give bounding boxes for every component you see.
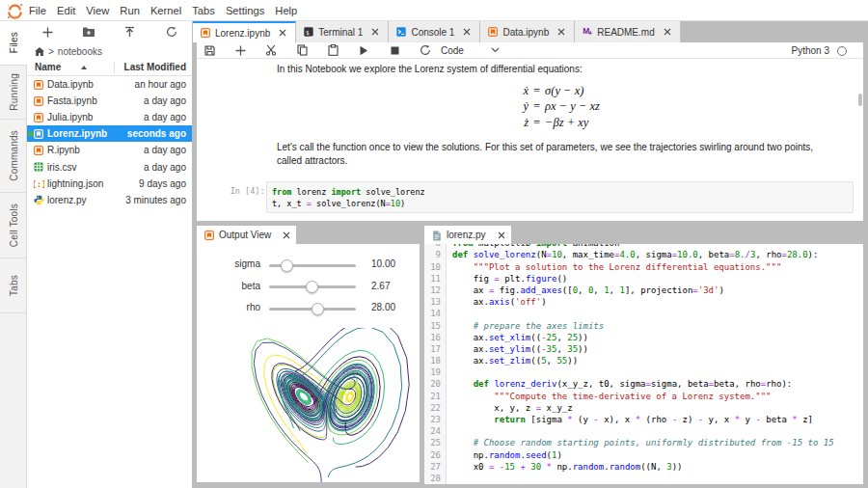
slider-readout: 2.67 — [371, 281, 390, 291]
tab-close-icon[interactable] — [371, 28, 379, 36]
slider-track[interactable] — [269, 264, 356, 267]
code-token: animation — [567, 244, 619, 248]
tab-file-icon — [396, 27, 406, 37]
file-row[interactable]: R.ipynb a day ago — [27, 142, 192, 158]
new-launcher-button[interactable] — [27, 21, 68, 42]
code-token: , — [547, 356, 557, 366]
tab-file-icon — [204, 230, 214, 240]
dock-tab[interactable]: $_ Terminal 1 — [296, 21, 389, 42]
dock-tab[interactable]: Lorenz.ipynb — [193, 21, 296, 42]
code-token: , rho — [755, 250, 781, 259]
kernel-status-icon[interactable] — [837, 46, 847, 56]
code-token: matplotlib — [474, 244, 536, 248]
file-type-icon — [34, 146, 43, 155]
code-token: lorenz — [291, 187, 331, 197]
svg-text:M: M — [583, 27, 590, 36]
dock-tab[interactable]: M README.md — [575, 21, 680, 42]
code-token — [452, 438, 474, 447]
code-token: t, x_t — [272, 199, 307, 208]
slider-thumb[interactable] — [306, 281, 318, 293]
run-cell-button[interactable] — [348, 42, 379, 58]
cut-cell-button[interactable] — [256, 42, 286, 58]
upload-button[interactable] — [110, 21, 151, 42]
tab-close-icon[interactable] — [498, 231, 505, 239]
output-view-tab[interactable]: Output View — [197, 226, 296, 244]
stop-kernel-button[interactable] — [379, 42, 410, 58]
sidebar-tab[interactable]: Commands — [0, 120, 27, 193]
kernel-name[interactable]: Python 3 — [792, 45, 829, 56]
slider-track[interactable] — [269, 285, 356, 288]
editor-line: 21 """Compute the time-derivative of a L… — [424, 391, 863, 402]
menu-item[interactable]: Help — [272, 5, 300, 16]
slider-row: sigma 10.00 — [197, 258, 420, 272]
code-token: def — [452, 250, 468, 259]
file-row[interactable]: Data.ipynb an hour ago — [27, 76, 192, 93]
code-line: from lorenz import solve_lorenz — [272, 186, 853, 198]
column-last-modified[interactable]: Last Modified — [124, 62, 186, 72]
file-row[interactable]: iris.csv a day ago — [27, 158, 192, 175]
code-token: )) — [578, 333, 588, 342]
sidebar-tab[interactable]: Files — [0, 21, 28, 66]
restart-kernel-button[interactable] — [410, 42, 441, 58]
menu-item[interactable]: Tabs — [189, 5, 218, 16]
add-cell-button[interactable] — [225, 42, 256, 58]
editor-line: 18 ax.set_zlim((5, 55)) — [424, 355, 863, 366]
tab-close-icon[interactable] — [283, 231, 290, 239]
menu-item[interactable]: Run — [117, 5, 143, 16]
slider-thumb[interactable] — [312, 303, 324, 315]
dock-tab[interactable]: Console 1 — [389, 21, 480, 42]
line-number: 28 — [424, 473, 441, 484]
menu-item[interactable]: Kernel — [148, 5, 184, 16]
file-row[interactable]: Fasta.ipynb a day ago — [27, 93, 192, 109]
home-icon[interactable] — [35, 47, 44, 56]
slider-track[interactable] — [269, 308, 356, 311]
code-token: """Compute the time-derivative of a Lore… — [494, 392, 771, 401]
file-row[interactable]: lorenz.py 3 minutes ago — [27, 192, 192, 208]
code-token: return — [494, 415, 526, 424]
dock-tab[interactable]: Data.ipynb — [480, 21, 575, 42]
code-token: ], projection — [625, 285, 692, 295]
column-name[interactable]: Name — [35, 62, 61, 72]
tab-close-icon[interactable] — [279, 29, 286, 37]
tab-close-icon[interactable] — [557, 28, 565, 36]
editor-tab[interactable]: lorenz.py — [424, 226, 511, 244]
file-row[interactable]: Lorenz.ipynb seconds ago — [27, 125, 192, 142]
file-modified: a day ago — [144, 112, 186, 122]
slider-thumb[interactable] — [281, 259, 293, 272]
sidebar-tab[interactable]: Cell Tools — [0, 193, 27, 258]
notebook-scrollbar[interactable] — [858, 94, 862, 106]
file-modified: a day ago — [144, 162, 186, 173]
refresh-button[interactable] — [150, 21, 192, 42]
menu-item[interactable]: Settings — [223, 5, 267, 16]
menu-item[interactable]: Edit — [54, 5, 78, 16]
sidebar-tab[interactable]: Running — [0, 66, 27, 120]
file-row[interactable]: {:} lightning.json 9 days ago — [27, 176, 192, 192]
menu-item[interactable]: File — [26, 5, 49, 16]
tab-close-icon[interactable] — [463, 28, 471, 36]
new-folder-button[interactable] — [68, 21, 110, 42]
chevron-down-icon[interactable] — [491, 47, 500, 53]
markdown-paragraph[interactable]: In this Notebook we explore the Lorenz s… — [277, 63, 583, 76]
tab-close-icon[interactable] — [664, 28, 671, 36]
file-row[interactable]: Julia.ipynb a day ago — [27, 109, 192, 125]
markdown-paragraph[interactable]: Let's call the function once to view the… — [277, 141, 832, 168]
code-token: y — [740, 415, 755, 424]
code-editor-panel[interactable]: 8 from matplotlib import animation 9 def… — [424, 244, 863, 484]
breadcrumb-folder[interactable]: notebooks — [58, 46, 102, 57]
copy-cell-button[interactable] — [286, 42, 317, 58]
file-name: Fasta.ipynb — [47, 95, 97, 106]
code-line: ax.set_zlim((5, 55)) — [452, 355, 578, 366]
code-token: 10 — [391, 199, 400, 208]
save-button[interactable] — [194, 42, 225, 58]
code-line: t, x_t = solve_lorenz(N=10) — [272, 198, 853, 209]
code-token: plt. — [500, 274, 526, 284]
code-token: '3d' — [698, 285, 719, 295]
paste-cell-button[interactable] — [317, 42, 348, 58]
kernel-indicator-group: Python 3 — [792, 42, 847, 59]
menu-item[interactable]: View — [83, 5, 112, 16]
line-number: 14 — [424, 308, 441, 319]
cell-type-select[interactable]: Code — [441, 45, 464, 56]
cell-editor[interactable]: from lorenz import solve_lorenzt, x_t = … — [266, 181, 854, 213]
code-token: ax. — [452, 297, 489, 307]
sidebar-tab[interactable]: Tabs — [0, 258, 27, 313]
